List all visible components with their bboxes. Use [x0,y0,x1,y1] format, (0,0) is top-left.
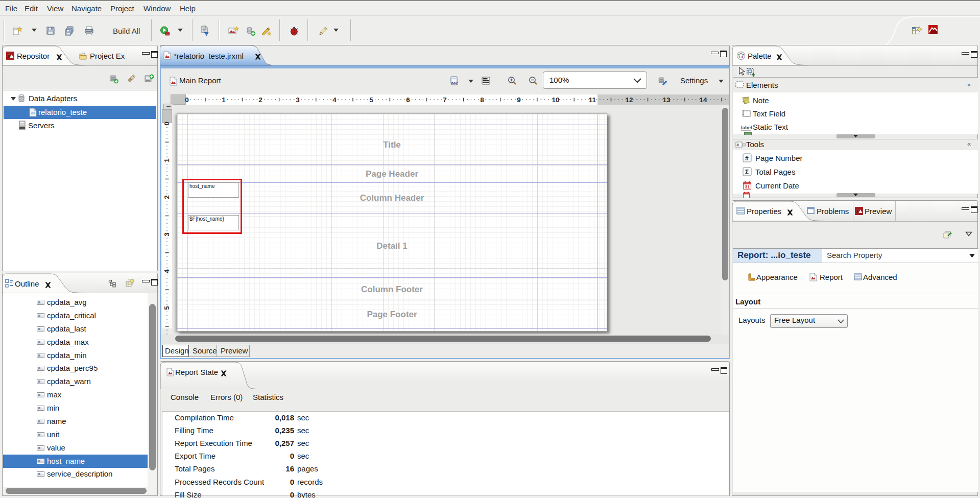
svg-text:9: 9 [517,96,521,104]
svg-text:12: 12 [625,96,633,104]
svg-text:5: 5 [369,96,373,104]
svg-text:1: 1 [222,96,226,104]
svg-text:3: 3 [296,96,300,104]
svg-text:13: 13 [662,96,671,104]
svg-text:5: 5 [163,306,171,310]
svg-text:6: 6 [406,96,410,104]
svg-text:2: 2 [163,195,171,199]
svg-text:7: 7 [443,96,447,104]
svg-text:11: 11 [589,96,596,104]
svg-text:0: 0 [185,96,189,104]
svg-text:#: # [745,155,749,162]
svg-text:2: 2 [258,96,262,104]
svg-text:4: 4 [332,96,337,104]
svg-text:3: 3 [163,232,171,236]
svg-text:31: 31 [745,184,750,189]
svg-text:0: 0 [163,122,171,126]
svg-text:14: 14 [699,96,707,104]
svg-text:010: 010 [451,81,459,86]
svg-text:label: label [741,125,752,130]
svg-text:10: 10 [552,96,559,104]
svg-text:1: 1 [163,158,171,162]
svg-text:4: 4 [163,269,171,273]
svg-text:<>: <> [31,111,36,115]
svg-text:#: # [737,143,739,147]
svg-text:8: 8 [480,96,484,104]
svg-text:Σ: Σ [745,169,749,176]
